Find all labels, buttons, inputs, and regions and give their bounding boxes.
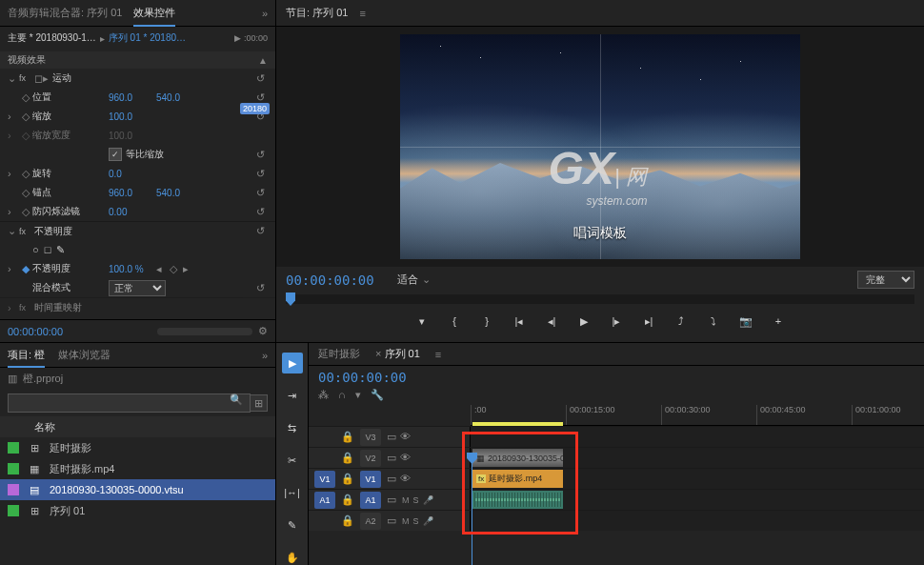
list-item[interactable]: ⊞ 延时摄影 (0, 437, 275, 458)
eye-icon[interactable]: 👁 (400, 452, 411, 464)
uniform-scale-checkbox[interactable]: ✓ (109, 148, 122, 161)
lock-icon[interactable]: 🔒 (341, 452, 354, 464)
lock-icon[interactable]: 🔒 (341, 515, 354, 527)
tab-effect-controls[interactable]: 效果控件 (133, 6, 175, 20)
scale-value[interactable]: 100.0 (109, 111, 156, 122)
track-target[interactable]: V3 (360, 429, 381, 446)
fit-label[interactable]: 适合 (397, 272, 418, 287)
position-x[interactable]: 960.0 (109, 92, 156, 103)
settings-icon[interactable]: 🔧 (371, 389, 384, 401)
reset-icon[interactable]: ↺ (252, 91, 268, 104)
reset-icon[interactable]: ↺ (252, 282, 268, 294)
rect-mask-icon[interactable]: □ (45, 244, 51, 256)
go-to-out-icon[interactable]: ▸| (640, 315, 657, 328)
ripple-edit-tool-icon[interactable]: ⇆ (282, 417, 303, 438)
track-target[interactable]: A2 (360, 513, 381, 530)
mark-out-icon[interactable]: } (478, 315, 495, 327)
solo-button[interactable]: S (413, 495, 419, 505)
stopwatch-icon[interactable]: ◇ (19, 187, 32, 199)
opacity-masks[interactable]: ○ □ ✎ (0, 240, 275, 259)
export-frame-icon[interactable]: 📷 (737, 315, 754, 328)
work-area-bar[interactable] (472, 422, 563, 426)
extract-icon[interactable]: ⤵ (705, 315, 722, 327)
search-input[interactable] (8, 393, 251, 413)
timeline-tab[interactable]: × 序列 01 (375, 347, 420, 361)
track-target[interactable]: V1 (360, 471, 381, 488)
lock-icon[interactable]: 🔒 (341, 494, 354, 506)
reset-icon[interactable]: ↺ (252, 187, 268, 199)
eye-icon[interactable]: 👁 (400, 431, 411, 443)
step-forward-icon[interactable]: |▸ (608, 315, 625, 328)
settings-icon[interactable]: ⚙ (258, 325, 268, 337)
tab-audio-mixer[interactable]: 音频剪辑混合器: 序列 01 (8, 6, 122, 20)
blend-mode-select[interactable]: 正常 (109, 280, 166, 296)
fx-motion[interactable]: ⌄fx ◻▸ 运动 ↺ (0, 69, 275, 88)
add-marker-icon[interactable]: ▾ (413, 315, 431, 328)
toggle-track-output-icon[interactable]: ▭ (387, 452, 396, 464)
next-keyframe-icon[interactable]: ▸ (183, 263, 196, 275)
program-scrubber[interactable] (286, 294, 914, 304)
toggle-track-output-icon[interactable]: ▭ (387, 515, 396, 527)
voiceover-icon[interactable]: 🎤 (423, 495, 433, 505)
source-patch[interactable]: V1 (314, 471, 335, 488)
new-bin-icon[interactable]: ⊞ (249, 394, 268, 412)
toggle-track-output-icon[interactable]: ▭ (387, 431, 396, 443)
list-item[interactable]: ⊞ 序列 01 (0, 500, 275, 521)
list-item[interactable]: ▦ 延时摄影.mp4 (0, 458, 275, 479)
program-timecode[interactable]: 00:00:00:00 (286, 272, 374, 288)
reset-icon[interactable]: ↺ (252, 168, 268, 180)
toggle-track-output-icon[interactable]: ▭ (387, 494, 396, 506)
tab-project[interactable]: 项目: 橙 (8, 348, 45, 362)
timeline-timecode[interactable]: 00:00:00:00 (318, 370, 914, 385)
add-keyframe-icon[interactable]: ◇ (170, 263, 183, 275)
eye-icon[interactable]: 👁 (400, 473, 411, 485)
track-target[interactable]: V2 (360, 450, 381, 467)
project-column-name[interactable]: 名称 (0, 416, 275, 437)
position-y[interactable]: 540.0 (156, 92, 204, 103)
stopwatch-icon[interactable]: ◇ (19, 91, 32, 104)
search-icon[interactable]: 🔍 (230, 393, 243, 413)
mute-button[interactable]: M (402, 495, 410, 505)
ellipse-mask-icon[interactable]: ○ (32, 244, 39, 256)
selection-tool-icon[interactable]: ▶ (282, 353, 303, 373)
hand-tool-icon[interactable]: ✋ (282, 547, 303, 565)
link-icon[interactable]: ∩ (338, 389, 346, 401)
stopwatch-icon[interactable]: ◆ (19, 263, 32, 275)
reset-icon[interactable]: ↺ (252, 206, 268, 218)
marker-icon[interactable]: ▾ (355, 389, 361, 401)
reset-icon[interactable]: ↺ (252, 149, 268, 161)
panel-menu-icon[interactable]: ≡ (359, 8, 365, 19)
razor-tool-icon[interactable]: ✂ (282, 450, 303, 471)
program-viewer[interactable]: 唱词模板 GX| 网 system.com (276, 27, 924, 267)
fx-time-remap[interactable]: ›fx 时间重映射 (0, 297, 275, 316)
pen-tool-icon[interactable]: ✎ (282, 515, 303, 535)
go-to-in-icon[interactable]: |◂ (511, 315, 528, 328)
reset-icon[interactable]: ↺ (252, 72, 268, 85)
stopwatch-icon[interactable]: ◇ (19, 168, 32, 180)
rotation-value[interactable]: 0.0 (109, 169, 156, 179)
ec-timecode[interactable]: 00:00:00:00 (8, 326, 63, 337)
ec-scrollbar[interactable] (157, 328, 252, 335)
panel-menu-icon[interactable]: » (262, 350, 268, 361)
panel-menu-icon[interactable]: » (262, 8, 268, 19)
step-back-icon[interactable]: ◂| (543, 315, 560, 328)
lock-icon[interactable]: 🔒 (341, 473, 354, 485)
list-item[interactable]: ▤ 20180930-130035-0000.vtsu (0, 479, 275, 500)
lock-icon[interactable]: 🔒 (341, 431, 354, 443)
ec-sequence-ref[interactable]: 序列 01 * 20180… (109, 31, 186, 45)
stopwatch-icon[interactable]: ◇ (19, 111, 32, 123)
fx-opacity[interactable]: ⌄fx 不透明度 ↺ (0, 221, 275, 240)
play-icon[interactable]: ▶ (575, 315, 593, 328)
stopwatch-icon[interactable]: ◇ (19, 206, 32, 218)
prev-keyframe-icon[interactable]: ◂ (156, 263, 170, 275)
track-select-tool-icon[interactable]: ⇥ (282, 385, 303, 406)
tab-media-browser[interactable]: 媒体浏览器 (58, 348, 110, 362)
track-target[interactable]: A1 (360, 492, 381, 509)
toggle-track-output-icon[interactable]: ▭ (387, 473, 396, 485)
lift-icon[interactable]: ⤴ (673, 315, 690, 327)
pen-mask-icon[interactable]: ✎ (56, 244, 65, 256)
reset-icon[interactable]: ↺ (252, 225, 268, 237)
timeline-tab[interactable]: 延时摄影 (318, 347, 360, 361)
program-tab[interactable]: 节目: 序列 01 (286, 6, 348, 20)
playhead-icon[interactable] (286, 293, 295, 306)
